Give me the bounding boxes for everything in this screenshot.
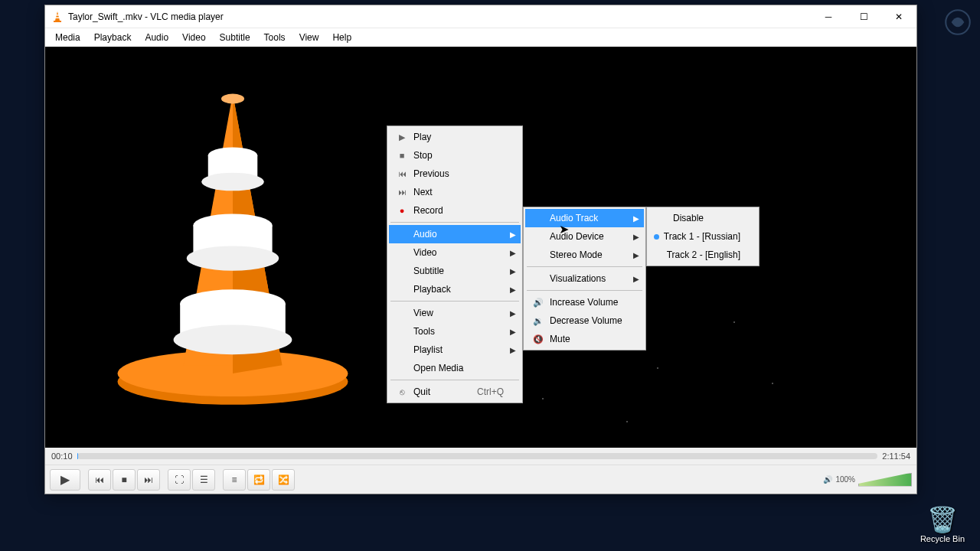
svg-rect-19 bbox=[56, 17, 60, 18]
menuitem-label: Decrease Volume bbox=[547, 315, 627, 326]
submenu-arrow-icon: ▶ bbox=[510, 328, 516, 336]
play-button[interactable]: ▶ bbox=[50, 469, 80, 491]
menuitem-visualizations[interactable]: Visualizations▶ bbox=[525, 269, 644, 288]
menuitem-mute[interactable]: 🔇Mute bbox=[525, 330, 644, 348]
menuitem-label: Tools bbox=[410, 326, 504, 337]
loop-button[interactable]: 🔁 bbox=[247, 469, 270, 491]
submenu-arrow-icon: ▶ bbox=[510, 285, 516, 294]
context-menu-audio: Audio Track▶Audio Device▶Stereo Mode▶Vis… bbox=[523, 207, 646, 350]
menuitem-stereo-mode[interactable]: Stereo Mode▶ bbox=[525, 246, 644, 264]
maximize-button[interactable]: ☐ bbox=[846, 5, 881, 28]
menu-help[interactable]: Help bbox=[325, 30, 358, 45]
submenu-arrow-icon: ▶ bbox=[633, 233, 639, 241]
playlist-button[interactable]: ≡ bbox=[223, 469, 246, 491]
menuitem-label: Track 2 - [English] bbox=[664, 249, 740, 260]
close-button[interactable]: ✕ bbox=[881, 5, 916, 28]
menuitem-label: Record bbox=[410, 205, 504, 216]
svg-rect-18 bbox=[56, 15, 59, 16]
menuitem-label: Disable bbox=[670, 213, 740, 223]
menuitem-label: Audio Track bbox=[547, 213, 627, 223]
menuitem-previous[interactable]: ⏮Previous bbox=[389, 165, 521, 183]
menuitem-playback[interactable]: Playback▶ bbox=[389, 280, 521, 298]
submenu-arrow-icon: ▶ bbox=[633, 275, 639, 283]
controls-row: ▶ ⏮ ■ ⏭ ⛶ ☰ ≡ 🔁 🔀 🔊 100% bbox=[45, 465, 916, 494]
menuitem-playlist[interactable]: Playlist▶ bbox=[389, 341, 521, 359]
volume-icon: 🔊 bbox=[823, 475, 832, 484]
prev-button[interactable]: ⏮ bbox=[88, 469, 111, 491]
menuitem-label: Open Media bbox=[410, 363, 504, 373]
svg-rect-17 bbox=[54, 21, 61, 22]
context-menu-main: ▶Play■Stop⏮Previous⏭Next●RecordAudio▶Vid… bbox=[387, 126, 523, 403]
svg-point-29 bbox=[187, 246, 279, 270]
next-button[interactable]: ⏭ bbox=[137, 469, 160, 491]
seekbar[interactable] bbox=[77, 453, 878, 459]
menuitem-label: Next bbox=[410, 187, 504, 197]
menuitem-view[interactable]: View▶ bbox=[389, 304, 521, 322]
menuitem-label: Audio bbox=[410, 229, 504, 240]
menuitem-label: Previous bbox=[410, 168, 504, 179]
menu-media[interactable]: Media bbox=[48, 30, 87, 45]
submenu-arrow-icon: ▶ bbox=[510, 346, 516, 354]
context-menu-audio-track: DisableTrack 1 - [Russian]Track 2 - [Eng… bbox=[646, 207, 760, 266]
menuitem-label: Mute bbox=[547, 334, 627, 344]
svg-point-32 bbox=[174, 325, 292, 355]
window-title: Taylor_Swift_.mkv - VLC media player bbox=[68, 11, 811, 22]
stop-button[interactable]: ■ bbox=[113, 469, 136, 491]
menuitem-video[interactable]: Video▶ bbox=[389, 243, 521, 262]
submenu-arrow-icon: ▶ bbox=[633, 251, 639, 259]
desktop-wallpaper-dragon-icon bbox=[942, 6, 974, 38]
menuitem-label: Increase Volume bbox=[547, 297, 627, 308]
menu-audio[interactable]: Audio bbox=[138, 30, 175, 45]
svg-point-33 bbox=[221, 94, 244, 104]
time-current: 00:10 bbox=[51, 452, 73, 461]
menuitem-audio-track[interactable]: Audio Track▶ bbox=[525, 209, 644, 227]
seekbar-row: 00:10 2:11:54 bbox=[45, 448, 916, 465]
recycle-bin-desktop-icon[interactable]: 🗑️ Recycle Bin bbox=[920, 505, 965, 543]
extended-settings-button[interactable]: ☰ bbox=[192, 469, 215, 491]
menuitem-increase-volume[interactable]: 🔊Increase Volume bbox=[525, 293, 644, 311]
time-total: 2:11:54 bbox=[882, 452, 910, 461]
menuitem-stop[interactable]: ■Stop bbox=[389, 146, 521, 165]
titlebar[interactable]: Taylor_Swift_.mkv - VLC media player ─ ☐… bbox=[45, 5, 916, 28]
menuitem-label: Stop bbox=[410, 150, 504, 161]
vlc-cone-large bbox=[99, 77, 367, 406]
menuitem-label: View bbox=[410, 308, 504, 318]
menuitem-track-1-russian-[interactable]: Track 1 - [Russian] bbox=[648, 227, 757, 246]
shuffle-button[interactable]: 🔀 bbox=[272, 469, 295, 491]
menuitem-label: Play bbox=[410, 132, 504, 142]
submenu-arrow-icon: ▶ bbox=[510, 267, 516, 276]
menubar: MediaPlaybackAudioVideoSubtitleToolsView… bbox=[45, 28, 916, 47]
submenu-arrow-icon: ▶ bbox=[510, 249, 516, 257]
menuitem-disable[interactable]: Disable bbox=[648, 209, 757, 227]
fullscreen-button[interactable]: ⛶ bbox=[168, 469, 191, 491]
menuitem-label: Audio Device bbox=[547, 231, 627, 242]
menuitem-label: Track 1 - [Russian] bbox=[661, 231, 740, 242]
menuitem-label: Playlist bbox=[410, 344, 504, 355]
menuitem-track-2-english-[interactable]: Track 2 - [English] bbox=[648, 246, 757, 264]
submenu-arrow-icon: ▶ bbox=[510, 230, 516, 239]
volume-slider[interactable] bbox=[858, 473, 912, 487]
menuitem-open-media[interactable]: Open Media bbox=[389, 359, 521, 377]
minimize-button[interactable]: ─ bbox=[811, 5, 846, 28]
seekbar-progress bbox=[77, 453, 78, 459]
menuitem-label: Stereo Mode bbox=[547, 249, 627, 260]
menu-tools[interactable]: Tools bbox=[257, 30, 292, 45]
recycle-bin-icon: 🗑️ bbox=[920, 505, 965, 534]
menu-view[interactable]: View bbox=[292, 30, 326, 45]
menuitem-tools[interactable]: Tools▶ bbox=[389, 322, 521, 341]
menu-playback[interactable]: Playback bbox=[87, 30, 139, 45]
menuitem-play[interactable]: ▶Play bbox=[389, 128, 521, 146]
menu-subtitle[interactable]: Subtitle bbox=[213, 30, 257, 45]
menuitem-label: Video bbox=[410, 247, 504, 258]
menu-video[interactable]: Video bbox=[175, 30, 212, 45]
menuitem-next[interactable]: ⏭Next bbox=[389, 183, 521, 201]
menuitem-quit[interactable]: ⎋QuitCtrl+Q bbox=[389, 383, 521, 401]
menuitem-record[interactable]: ●Record bbox=[389, 201, 521, 220]
menuitem-audio[interactable]: Audio▶ bbox=[389, 225, 521, 243]
volume-control[interactable]: 🔊 100% bbox=[823, 473, 912, 487]
menuitem-decrease-volume[interactable]: 🔉Decrease Volume bbox=[525, 311, 644, 330]
menuitem-audio-device[interactable]: Audio Device▶ bbox=[525, 227, 644, 246]
submenu-arrow-icon: ▶ bbox=[633, 214, 639, 223]
volume-percent: 100% bbox=[835, 475, 855, 484]
menuitem-subtitle[interactable]: Subtitle▶ bbox=[389, 262, 521, 280]
